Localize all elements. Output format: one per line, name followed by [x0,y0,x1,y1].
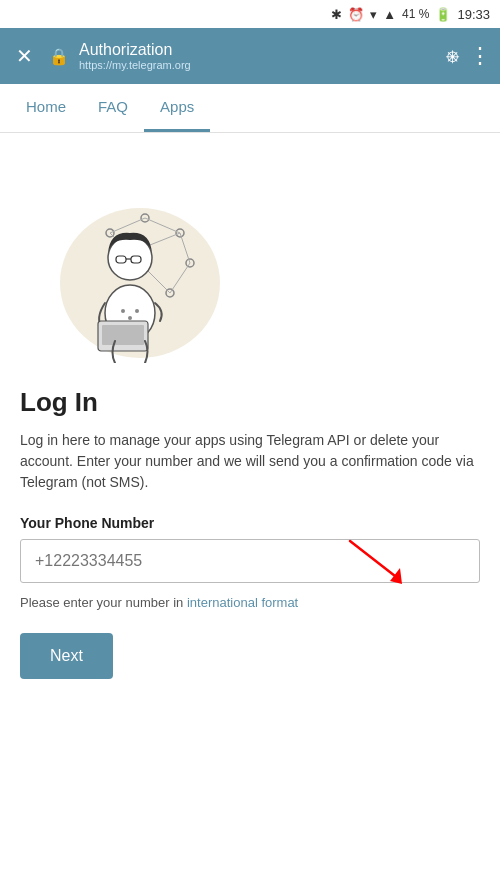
format-hint: Please enter your number in internationa… [20,593,480,613]
illustration-area [30,163,480,363]
wifi-icon: ▾ [370,7,377,22]
tab-faq[interactable]: FAQ [82,84,144,132]
status-bar: ✱ ⏰ ▾ ▲ 41 % 🔋 19:33 [0,0,500,28]
lock-icon: 🔒 [49,47,69,66]
svg-point-21 [135,309,139,313]
signal-icon: ▲ [383,7,396,22]
url-text: https://my.telegram.org [79,59,436,71]
login-description: Log in here to manage your apps using Te… [20,430,480,493]
battery-icon: 🔋 [435,7,451,22]
telegram-illustration [30,163,230,363]
page-title-bar: Authorization [79,41,436,59]
browser-bar: ✕ 🔒 Authorization https://my.telegram.or… [0,28,500,84]
bluetooth-icon: ✱ [331,7,342,22]
browser-actions: ⎈ ⋮ [446,43,490,69]
svg-point-19 [121,309,125,313]
close-tab-button[interactable]: ✕ [10,38,39,74]
alarm-icon: ⏰ [348,7,364,22]
battery-percent: 41 % [402,7,429,21]
phone-input-wrapper [20,539,480,583]
svg-point-20 [128,316,132,320]
main-content: Log In Log in here to manage your apps u… [0,133,500,709]
url-display[interactable]: Authorization https://my.telegram.org [79,41,436,71]
tab-apps[interactable]: Apps [144,84,210,132]
status-icons: ✱ ⏰ ▾ ▲ 41 % 🔋 19:33 [331,7,490,22]
more-options-icon[interactable]: ⋮ [469,43,490,69]
time-display: 19:33 [457,7,490,22]
svg-rect-25 [102,325,144,345]
phone-label: Your Phone Number [20,515,480,531]
phone-input[interactable] [20,539,480,583]
international-format-link[interactable]: international format [187,595,298,610]
nav-tabs: Home FAQ Apps [0,84,500,133]
share-icon[interactable]: ⎈ [446,43,459,69]
next-button[interactable]: Next [20,633,113,679]
login-title: Log In [20,387,480,418]
tab-home[interactable]: Home [10,84,82,132]
